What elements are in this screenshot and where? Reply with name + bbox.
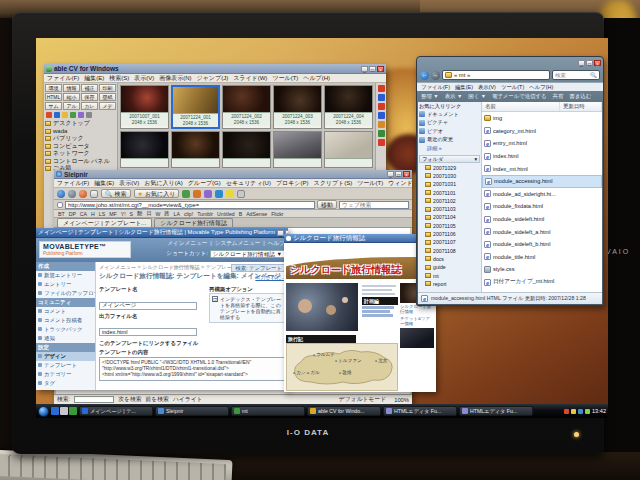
filter-icon[interactable] xyxy=(378,112,385,119)
link-bookmark[interactable]: LA xyxy=(174,211,180,217)
clock[interactable]: 13:42 xyxy=(592,408,606,414)
template-name-input[interactable] xyxy=(99,302,197,310)
rotate-icon[interactable] xyxy=(378,94,385,101)
viewer-titlebar[interactable]: able CV for Windows _□× xyxy=(44,64,386,74)
favorite-link[interactable]: ビデオ xyxy=(419,127,480,136)
tree-folder[interactable]: 20071108 xyxy=(419,246,480,254)
maximize-button[interactable]: □ xyxy=(395,171,402,177)
menu-item[interactable]: プロキシ(P) xyxy=(276,179,309,188)
mail-icon[interactable] xyxy=(215,190,223,198)
zoom-icon[interactable] xyxy=(378,85,385,92)
mt-nav-system-menu[interactable]: システムメニュー xyxy=(215,240,261,248)
favorite-link[interactable]: ピクチャ xyxy=(419,119,480,128)
link-bookmark[interactable]: DP xyxy=(69,211,76,217)
tree-item[interactable]: デスクトップ xyxy=(45,120,116,128)
menu-item[interactable]: ファイル(F) xyxy=(47,74,79,83)
calendar-icon[interactable] xyxy=(378,139,385,146)
menu-item[interactable]: お気に入り(A) xyxy=(144,179,182,188)
file-row[interactable]: module_fixdata.html xyxy=(482,200,602,213)
minimize-button[interactable]: _ xyxy=(387,171,394,177)
output-link[interactable]: 出力された... xyxy=(255,274,286,281)
forward-icon[interactable] xyxy=(68,190,76,198)
taskbar-button[interactable]: HTMLエディタ Fu... xyxy=(459,406,533,416)
panel-icon[interactable] xyxy=(204,190,212,198)
mt-nav-main-menu[interactable]: メインメニュー xyxy=(167,240,207,248)
mt-sidebar-item[interactable]: コミュニティ xyxy=(36,298,95,307)
tree-folder[interactable]: 20071104 xyxy=(419,213,480,221)
tool-button[interactable]: 保存 xyxy=(81,93,98,101)
tree-folder[interactable]: report xyxy=(419,280,480,288)
tree-item[interactable]: wada xyxy=(45,128,116,136)
menu-item[interactable]: ツール(T) xyxy=(272,74,298,83)
plan-link[interactable] xyxy=(362,314,393,317)
thumbnail[interactable] xyxy=(222,131,271,168)
command-button[interactable]: 開く ▼ xyxy=(468,93,486,100)
silkroad-titlebar[interactable]: シルクロード旅行情報誌 × xyxy=(284,234,436,243)
tree-item[interactable]: パブリック xyxy=(45,135,116,143)
menu-item[interactable]: 表示(V) xyxy=(119,179,139,188)
tools-icon[interactable] xyxy=(193,190,201,198)
mt-nav-help[interactable]: ヘルプ xyxy=(268,240,285,248)
command-button[interactable]: 共有 xyxy=(553,93,564,100)
menu-item[interactable]: 編集(E) xyxy=(84,74,104,83)
file-row[interactable]: 日付アーカイブ_mt.html xyxy=(482,276,602,289)
refresh-icon[interactable] xyxy=(70,112,76,118)
tree-folder[interactable]: guide xyxy=(419,263,480,271)
tool-button[interactable]: サムネ xyxy=(45,102,62,110)
mt-sidebar-item[interactable]: エントリー xyxy=(36,280,95,289)
mt-sidebar-item[interactable]: コメント xyxy=(36,307,95,316)
tree-folder[interactable]: 20071105 xyxy=(419,222,480,230)
tree-folder[interactable]: 20071106 xyxy=(419,230,480,238)
file-row[interactable]: module_sideleft.html xyxy=(482,213,602,226)
details-toggle[interactable]: 詳細 » xyxy=(419,144,480,153)
media-icon[interactable] xyxy=(69,407,77,415)
address-input[interactable] xyxy=(65,201,315,209)
sort-icon[interactable] xyxy=(378,103,385,110)
smiley-icon[interactable] xyxy=(226,190,234,198)
search-icon[interactable] xyxy=(78,112,84,118)
tree-folder[interactable]: 20071030 xyxy=(419,172,480,180)
file-row[interactable]: index.html xyxy=(482,150,602,163)
forward-icon[interactable]: → xyxy=(431,71,440,80)
tool-button[interactable]: 印刷 xyxy=(99,84,116,92)
menu-item[interactable]: ファイル(F) xyxy=(57,179,89,188)
close-button[interactable]: × xyxy=(594,60,601,66)
file-row[interactable]: module_accessing.html xyxy=(482,175,602,188)
tab-silkroad[interactable]: シルクロード旅行情報誌 xyxy=(154,218,233,227)
tree-folder[interactable]: 20071103 xyxy=(419,205,480,213)
thumbnail[interactable] xyxy=(324,131,373,168)
menu-item[interactable]: 表示(V) xyxy=(134,74,154,83)
tree-item[interactable]: コントロール パネル xyxy=(45,158,116,166)
command-button[interactable]: 表示 ▼ xyxy=(445,93,463,100)
file-row[interactable]: module_sideleft_a.html xyxy=(482,225,602,238)
tool-button[interactable]: カレンダー xyxy=(81,102,98,110)
mt-sidebar-item[interactable]: タグ xyxy=(36,379,95,388)
link-bookmark[interactable]: 路 xyxy=(164,210,169,217)
explorer-titlebar[interactable]: _□× xyxy=(417,57,603,68)
tree-item[interactable]: ネットワーク xyxy=(45,150,116,158)
file-row[interactable]: entry_mt.html xyxy=(482,137,602,150)
command-button[interactable]: 書き込む xyxy=(569,93,591,100)
taskbar-button[interactable]: HTMLエディタ Fu... xyxy=(383,406,457,416)
column-date[interactable]: 更新日時 xyxy=(560,102,602,111)
column-name[interactable]: 名前 xyxy=(482,102,560,111)
refresh-icon[interactable] xyxy=(79,190,87,198)
link-bookmark[interactable]: 翻 xyxy=(137,210,142,217)
find-next-button[interactable]: 次を検索 xyxy=(118,395,141,404)
menu-item[interactable]: ジャンプ(J) xyxy=(197,74,229,83)
browse-icon[interactable] xyxy=(46,112,52,118)
minimize-button[interactable]: _ xyxy=(361,66,368,72)
back-icon[interactable]: ← xyxy=(420,71,429,80)
tool-button[interactable]: 壁紙 xyxy=(99,93,116,101)
ie-icon[interactable] xyxy=(51,407,59,415)
menu-item[interactable]: ヘルプ(H) xyxy=(529,84,553,91)
link-bookmark[interactable]: W xyxy=(155,211,160,217)
tree-folder[interactable]: 20071101 xyxy=(419,188,480,196)
home-icon[interactable] xyxy=(90,190,98,198)
file-row[interactable]: module_title.html xyxy=(482,251,602,264)
mt-sidebar-item[interactable]: ファイルのアップロード xyxy=(36,289,95,298)
plan-link[interactable] xyxy=(362,310,390,313)
link-bookmark[interactable]: CA xyxy=(80,211,87,217)
tool-button[interactable]: アルバム xyxy=(63,102,80,110)
link-bookmark[interactable]: Y! xyxy=(121,211,126,217)
